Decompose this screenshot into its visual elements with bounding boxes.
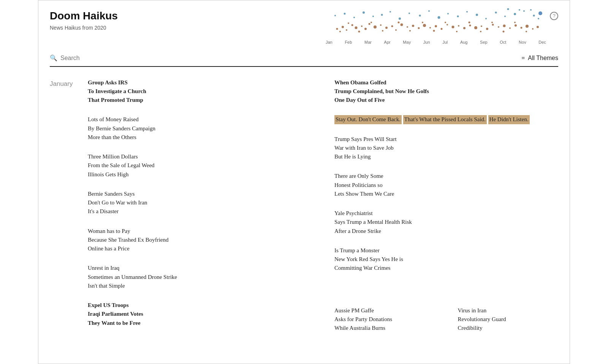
haiku-line: More than the Others xyxy=(88,133,312,142)
haiku-item[interactable]: Woman has to Pay Because She Trashed Ex … xyxy=(88,227,312,253)
haiku-item[interactable]: Three Million Dollars From the Sale of L… xyxy=(88,152,312,179)
svg-point-12 xyxy=(395,29,397,31)
haiku-line: He Didn't Listen. xyxy=(488,115,530,124)
haiku-item[interactable]: There are Only Some Honest Politicians s… xyxy=(334,172,558,198)
svg-point-40 xyxy=(358,31,360,33)
svg-point-10 xyxy=(385,27,388,29)
search-icon: 🔍 xyxy=(50,54,57,63)
haiku-line: Lots of Money Raised xyxy=(88,115,312,124)
haiku-line: Committing War Crimes xyxy=(334,264,558,272)
right-column: When Obama Golfed Trump Complained, but … xyxy=(334,78,558,338)
haiku-item[interactable]: Bernie Sanders Says Don't Go to War with… xyxy=(88,190,312,216)
svg-point-25 xyxy=(469,25,471,27)
haiku-line: Credibility xyxy=(458,324,559,332)
haiku-item[interactable]: Aussie PM Gaffe Asks for Party Donations… xyxy=(334,306,435,333)
haiku-item[interactable]: Group Asks IRS To Investigate a Church T… xyxy=(88,78,312,105)
haiku-item[interactable]: Virus in Iran Revolutionary Guard Credib… xyxy=(458,306,559,333)
svg-point-0 xyxy=(336,28,338,30)
svg-point-59 xyxy=(372,16,374,17)
svg-point-61 xyxy=(390,11,391,13)
site-title: Doom Haikus xyxy=(50,8,118,24)
haiku-line: That's What the Pissed Locals Said. xyxy=(403,115,487,124)
page-container: Doom Haikus News Haikus from 2020 xyxy=(38,0,570,364)
svg-point-76 xyxy=(533,15,535,17)
svg-point-39 xyxy=(348,22,349,24)
svg-point-64 xyxy=(419,15,421,17)
svg-point-23 xyxy=(458,25,459,27)
haiku-line: When Obama Golfed xyxy=(334,78,558,87)
svg-point-48 xyxy=(456,31,458,32)
haiku-line: It's a Disaster xyxy=(88,207,312,216)
svg-point-44 xyxy=(409,30,411,32)
svg-point-52 xyxy=(503,31,505,33)
haiku-line: There are Only Some xyxy=(334,172,558,180)
search-container: 🔍 xyxy=(50,53,240,66)
haiku-line: Iraqi Parliament Votes xyxy=(88,310,312,318)
haiku-line: Bernie Sanders Says xyxy=(88,190,312,198)
haiku-line: By Bernie Sanders Campaign xyxy=(88,124,312,133)
bottom-mid-col: Aussie PM Gaffe Asks for Party Donations… xyxy=(334,306,435,343)
scatter-chart xyxy=(326,8,546,38)
haiku-line: Three Million Dollars xyxy=(88,152,312,161)
haiku-item[interactable]: Yale Psychiatrist Says Trump a Mental He… xyxy=(334,209,558,236)
controls-bar: 🔍 ≡ All Themes xyxy=(50,53,558,67)
svg-point-71 xyxy=(485,18,487,19)
chart-svg xyxy=(326,8,546,36)
search-input[interactable] xyxy=(60,53,240,63)
chart-month-label: Dec xyxy=(538,39,546,46)
haiku-line: Lets Show Them We Care xyxy=(334,190,558,198)
haiku-item[interactable]: Trump Says Pres Will Start War with Iran… xyxy=(334,135,558,161)
haiku-item[interactable]: When Obama Golfed Trump Complained, but … xyxy=(334,78,558,105)
svg-point-42 xyxy=(382,30,383,32)
svg-point-3 xyxy=(352,24,353,26)
svg-point-50 xyxy=(480,31,481,32)
svg-point-62 xyxy=(399,17,401,20)
svg-point-67 xyxy=(447,13,449,14)
haiku-line: New York Red Says Yes He is xyxy=(334,255,558,264)
svg-point-4 xyxy=(355,27,358,29)
svg-point-37 xyxy=(537,26,539,28)
svg-point-43 xyxy=(398,22,400,24)
site-subtitle: News Haikus from 2020 xyxy=(50,24,118,32)
haiku-line: Yale Psychiatrist xyxy=(334,209,558,218)
svg-point-69 xyxy=(466,11,468,13)
haiku-line: Unrest in Iraq xyxy=(88,264,312,272)
haiku-item[interactable]: Is Trump a Monster New York Red Says Yes… xyxy=(334,246,558,273)
chart-month-label: Oct xyxy=(500,39,506,46)
haiku-line: Trump Complained, but Now He Golfs xyxy=(334,87,558,96)
haiku-item[interactable]: Lots of Money Raised By Bernie Sanders C… xyxy=(88,115,312,142)
svg-point-66 xyxy=(438,16,440,19)
haiku-line: That Promoted Trump xyxy=(88,96,312,104)
svg-point-34 xyxy=(521,27,522,29)
svg-point-70 xyxy=(476,14,478,16)
filter-label: All Themes xyxy=(528,54,558,63)
svg-point-80 xyxy=(507,8,509,10)
haiku-line: Illinois Gets High xyxy=(88,170,312,179)
haiku-line: While Australia Burns xyxy=(334,324,435,332)
content-area: January Group Asks IRS To Investigate a … xyxy=(50,78,558,343)
haiku-line: One Day Out of Five xyxy=(334,96,558,104)
chart-month-label: Aug xyxy=(460,39,468,46)
filter-container[interactable]: ≡ All Themes xyxy=(521,54,558,66)
haiku-line: Because She Trashed Ex Boyfriend xyxy=(88,236,312,244)
bottom-right-col: Virus in Iran Revolutionary Guard Credib… xyxy=(458,306,559,343)
svg-point-1 xyxy=(342,26,344,28)
svg-point-65 xyxy=(428,10,430,12)
svg-point-36 xyxy=(532,28,534,30)
svg-point-22 xyxy=(452,26,454,28)
chart-month-label: Jul xyxy=(442,39,448,46)
haiku-line: Woman has to Pay xyxy=(88,227,312,236)
svg-point-20 xyxy=(441,28,443,30)
svg-point-30 xyxy=(498,26,499,28)
haiku-line: After a Drone Strike xyxy=(334,227,558,236)
haiku-line: Asks for Party Donations xyxy=(334,315,435,324)
svg-point-13 xyxy=(401,24,403,26)
haiku-item[interactable]: Stay Out. Don't Come Back. That's What t… xyxy=(334,115,558,124)
svg-point-60 xyxy=(381,14,383,16)
haiku-line: Virus in Iran xyxy=(458,306,559,315)
svg-point-72 xyxy=(495,12,497,14)
help-icon[interactable]: ? xyxy=(550,12,558,20)
haiku-line: Don't Go to War with Iran xyxy=(88,198,312,207)
haiku-item[interactable]: Expel US Troops Iraqi Parliament Votes T… xyxy=(88,301,312,328)
haiku-item[interactable]: Unrest in Iraq Sometimes an Unmanned Dro… xyxy=(88,264,312,290)
